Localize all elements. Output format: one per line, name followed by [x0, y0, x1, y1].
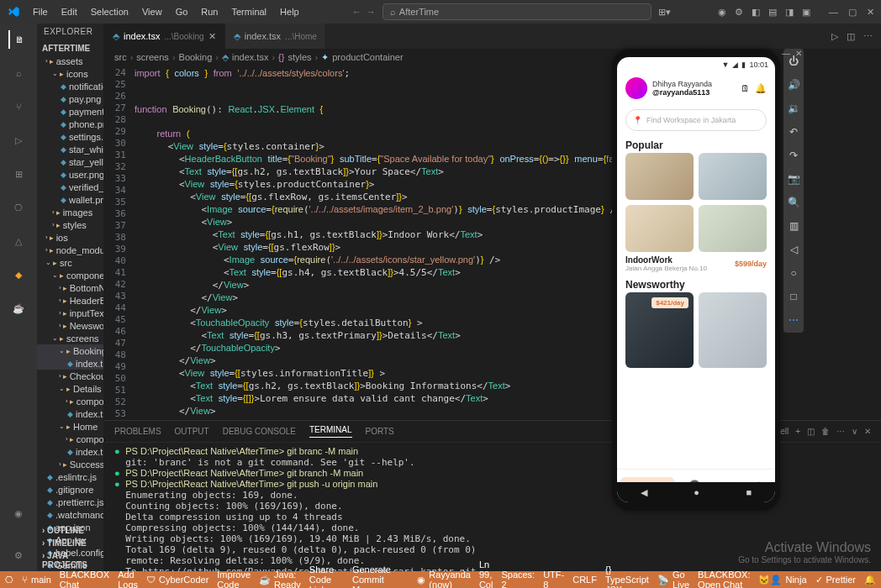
emu-rotate-left-icon[interactable]: ↶	[789, 126, 798, 138]
sb-cursor[interactable]: Ln 99, Col 21	[479, 559, 493, 588]
menu-terminal[interactable]: Terminal	[226, 3, 273, 20]
tree-folder[interactable]: ⌄▸components	[37, 269, 103, 281]
emu-minimize-icon[interactable]: —	[782, 49, 790, 58]
tree-folder[interactable]: ›▸components	[37, 433, 103, 445]
tree-folder[interactable]: ›▸Checkout	[37, 370, 103, 382]
tree-folder[interactable]: ›▸styles	[37, 218, 103, 231]
close-icon[interactable]: ✕	[208, 31, 216, 42]
run-icon[interactable]: ▷	[831, 31, 838, 42]
more-icon[interactable]: ⋯	[836, 427, 845, 436]
sb-blackbox[interactable]: BLACKBOX Chat	[60, 570, 109, 588]
popular-card[interactable]	[699, 153, 767, 200]
emulator-screen[interactable]: ▼ ◢ ▮ 10:01 Dhihya Rayyanda @rayyanda511…	[617, 57, 775, 502]
panel-tab-problems[interactable]: PROBLEMS	[114, 427, 161, 436]
panel-tab-debug[interactable]: DEBUG CONSOLE	[223, 427, 296, 436]
sb-java[interactable]: ☕ Java: Ready	[259, 570, 301, 588]
search-input[interactable]: 📍 Find Workspace in Jakarta	[625, 109, 767, 131]
menu-help[interactable]: Help	[274, 3, 305, 20]
tree-folder[interactable]: ›▸images	[37, 206, 103, 218]
layout-customize-icon[interactable]: ▣	[802, 7, 810, 18]
android-recent-icon[interactable]: ■	[746, 487, 752, 497]
command-center[interactable]: ⌕ AfterTime	[382, 3, 652, 20]
avatar[interactable]	[625, 77, 647, 99]
tree-folder[interactable]: ›▸node_modules	[37, 244, 103, 256]
project-name[interactable]: AFTERTIME	[37, 42, 103, 55]
tree-file[interactable]: ◆wallet.png	[37, 193, 103, 206]
split-icon[interactable]: ◫	[847, 31, 855, 42]
tree-file[interactable]: ◆star_white.png	[37, 143, 103, 155]
calendar-icon[interactable]: 🗓	[741, 83, 750, 93]
emu-fold-icon[interactable]: ▥	[789, 220, 799, 232]
popular-card[interactable]	[625, 153, 694, 200]
copilot-icon[interactable]: ⊞▾	[658, 7, 671, 18]
menu-file[interactable]: File	[27, 3, 54, 20]
explorer-icon[interactable]: 🗎	[8, 30, 27, 49]
tree-file[interactable]: ◆verified_orange.png	[37, 181, 103, 193]
emu-volume-up-icon[interactable]: 🔊	[788, 79, 800, 91]
popular-card[interactable]	[699, 205, 767, 252]
menu-view[interactable]: View	[136, 3, 168, 20]
layout-sidebar-right-icon[interactable]: ◨	[785, 7, 794, 18]
tree-file[interactable]: ◆user.png	[37, 168, 103, 181]
tree-file[interactable]: ◆pay.png	[37, 92, 103, 105]
more-icon[interactable]: ⋯	[863, 31, 873, 42]
menu-go[interactable]: Go	[170, 3, 194, 20]
tree-folder[interactable]: ›▸inputText	[37, 307, 103, 319]
remote-indicator[interactable]: ⎔	[5, 575, 13, 585]
tree-file[interactable]: ◆phone.png	[37, 118, 103, 130]
branch-indicator[interactable]: ⑂ main	[22, 575, 51, 585]
sb-spaces[interactable]: Spaces: 2	[501, 559, 535, 588]
trash-icon[interactable]: 🗑	[821, 427, 830, 436]
nav-forward-icon[interactable]: →	[367, 7, 376, 17]
tree-folder[interactable]: ⌄▸Booking	[37, 344, 103, 357]
tree-folder[interactable]: ›▸components	[37, 395, 103, 407]
bell-icon[interactable]: 🔔	[755, 83, 767, 94]
tree-file[interactable]: ◆index.tsx	[37, 407, 103, 420]
tree-folder[interactable]: ›▸BottomNav	[37, 281, 103, 294]
tree-folder[interactable]: ⌄▸Home	[37, 420, 103, 433]
tree-file[interactable]: ◆index.tsx	[37, 445, 103, 458]
sb-cybercoder[interactable]: 🛡 CyberCoder	[146, 575, 208, 585]
run-debug-icon[interactable]: ▷	[9, 131, 28, 150]
remote-icon[interactable]: ⎔	[9, 198, 28, 217]
tree-folder[interactable]: ⌄▸icons	[37, 67, 103, 80]
window-minimize-icon[interactable]: —	[829, 7, 838, 18]
tree-folder[interactable]: ⌄▸src	[37, 256, 103, 269]
testing-icon[interactable]: △	[9, 232, 28, 250]
tree-folder[interactable]: ⌄▸Details	[37, 382, 103, 395]
account-icon[interactable]: ◉	[718, 7, 726, 18]
blackbox-icon[interactable]: ◆	[9, 265, 28, 284]
java-icon[interactable]: ☕	[9, 299, 28, 318]
accounts-icon[interactable]: ◉	[9, 504, 28, 522]
emu-home-icon[interactable]: ○	[790, 267, 796, 279]
emu-zoom-icon[interactable]: 🔍	[788, 197, 800, 208]
tree-folder[interactable]: ›▸HeaderBackButton	[37, 294, 103, 307]
outline-section[interactable]: › OUTLINE	[37, 524, 103, 537]
window-maximize-icon[interactable]: ▢	[848, 7, 857, 18]
tree-file[interactable]: ◆settings.png	[37, 130, 103, 143]
sb-live-share[interactable]: ◉ Rayyanda (now)	[417, 559, 471, 588]
layout-sidebar-left-icon[interactable]: ◧	[752, 7, 760, 18]
menu-run[interactable]: Run	[195, 3, 224, 20]
tree-file[interactable]: ◆payment.png	[37, 105, 103, 118]
tree-folder[interactable]: ›▸Success	[37, 458, 103, 470]
menu-selection[interactable]: Selection	[85, 3, 135, 20]
layout-panel-icon[interactable]: ▤	[768, 7, 777, 18]
sb-encoding[interactable]: UTF-8	[543, 559, 564, 588]
android-home-icon[interactable]: ●	[694, 487, 699, 497]
tree-folder[interactable]: ⌄▸screens	[37, 332, 103, 344]
emu-rotate-right-icon[interactable]: ↷	[789, 150, 798, 161]
tree-folder[interactable]: ›▸assets	[37, 55, 103, 67]
search-icon[interactable]: ⌕	[9, 64, 28, 82]
emu-volume-down-icon[interactable]: 🔉	[788, 102, 800, 114]
tree-file[interactable]: ◆index.tsx	[37, 357, 103, 370]
tree-file[interactable]: ◆.gitignore	[37, 483, 103, 496]
tree-file[interactable]: ◆notification.png	[37, 80, 103, 92]
manage-gear-icon[interactable]: ⚙	[9, 546, 28, 564]
timeline-section[interactable]: › TIMELINE	[37, 537, 103, 549]
close-panel-icon[interactable]: ✕	[864, 427, 871, 436]
chevron-icon[interactable]: ∨	[852, 427, 857, 436]
extensions-icon[interactable]: ⊞	[9, 165, 28, 183]
news-card[interactable]	[699, 292, 767, 368]
new-terminal-icon[interactable]: +	[795, 427, 800, 436]
